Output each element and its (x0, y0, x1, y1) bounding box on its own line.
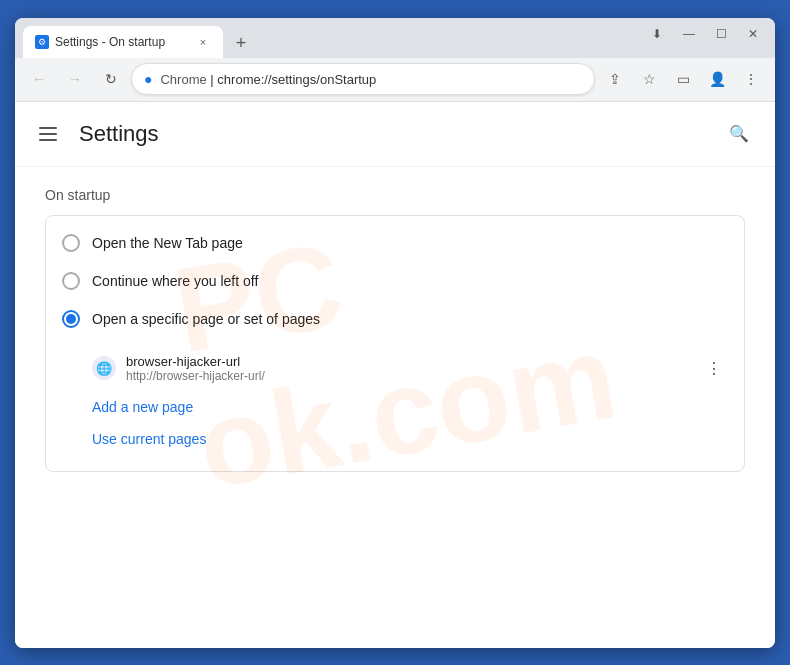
option-continue[interactable]: Continue where you left off (46, 262, 744, 300)
settings-title: Settings (79, 121, 723, 147)
security-icon: ● (144, 71, 152, 87)
tab-area: Settings - On startup × + (23, 18, 643, 58)
forward-button[interactable]: → (59, 63, 91, 95)
tab-favicon (35, 35, 49, 49)
radio-new-tab (62, 234, 80, 252)
profile-icon[interactable]: 👤 (701, 63, 733, 95)
page-name: browser-hijacker-url (126, 354, 690, 369)
minimize-button[interactable]: — (675, 24, 703, 44)
close-button[interactable]: ✕ (739, 24, 767, 44)
option-specific-label: Open a specific page or set of pages (92, 311, 320, 327)
address-bar[interactable]: ● Chrome | chrome://settings/onStartup (131, 63, 595, 95)
option-new-tab[interactable]: Open the New Tab page (46, 224, 744, 262)
tab-title: Settings - On startup (55, 35, 189, 49)
radio-specific (62, 310, 80, 328)
share-icon[interactable]: ⇪ (599, 63, 631, 95)
option-new-tab-label: Open the New Tab page (92, 235, 243, 251)
title-bar: Settings - On startup × + ⬇ — ☐ ✕ (15, 18, 775, 58)
page-menu-button[interactable]: ⋮ (700, 354, 728, 382)
toolbar-actions: ⇪ ☆ ▭ 👤 ⋮ (599, 63, 767, 95)
tab-close-button[interactable]: × (195, 34, 211, 50)
sidebar-toggle-icon[interactable]: ▭ (667, 63, 699, 95)
settings-content: Settings 🔍 PCok.com On startup Open the … (15, 102, 775, 648)
refresh-button[interactable]: ↻ (95, 63, 127, 95)
startup-pages-section: 🌐 browser-hijacker-url http://browser-hi… (46, 338, 744, 463)
page-globe-icon: 🌐 (92, 356, 116, 380)
new-tab-button[interactable]: + (227, 30, 255, 58)
hamburger-menu[interactable] (35, 118, 67, 150)
address-text: Chrome | chrome://settings/onStartup (160, 72, 582, 87)
browser-toolbar: ← → ↻ ● Chrome | chrome://settings/onSta… (15, 58, 775, 102)
address-provider: Chrome (160, 72, 206, 87)
add-new-page-link[interactable]: Add a new page (92, 391, 728, 423)
active-tab[interactable]: Settings - On startup × (23, 26, 223, 58)
settings-header: Settings 🔍 (15, 102, 775, 167)
bookmark-icon[interactable]: ☆ (633, 63, 665, 95)
menu-icon[interactable]: ⋮ (735, 63, 767, 95)
startup-page-item: 🌐 browser-hijacker-url http://browser-hi… (92, 346, 728, 391)
page-info: browser-hijacker-url http://browser-hija… (126, 354, 690, 383)
option-specific[interactable]: Open a specific page or set of pages (46, 300, 744, 338)
maximize-button[interactable]: ☐ (707, 24, 735, 44)
add-new-page-label: Add a new page (92, 391, 193, 423)
address-url: chrome://settings/onStartup (217, 72, 376, 87)
settings-body: On startup Open the New Tab page Continu… (15, 167, 775, 492)
radio-continue (62, 272, 80, 290)
use-current-pages-link[interactable]: Use current pages (92, 423, 728, 455)
startup-options-card: Open the New Tab page Continue where you… (45, 215, 745, 472)
section-label: On startup (45, 187, 745, 203)
window-controls: ⬇ — ☐ ✕ (643, 24, 767, 52)
option-continue-label: Continue where you left off (92, 273, 258, 289)
search-settings-button[interactable]: 🔍 (723, 118, 755, 150)
page-url: http://browser-hijacker-url/ (126, 369, 690, 383)
use-current-pages-label: Use current pages (92, 423, 206, 455)
back-button[interactable]: ← (23, 63, 55, 95)
restore-button[interactable]: ⬇ (643, 24, 671, 44)
